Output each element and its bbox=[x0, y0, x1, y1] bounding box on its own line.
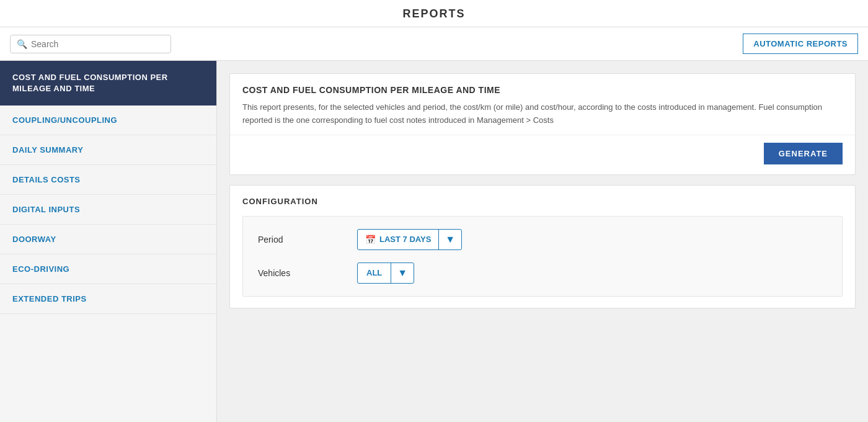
report-info-card: COST AND FUEL CONSUMPTION PER MILEAGE AN… bbox=[229, 73, 856, 175]
sidebar-item-doorway[interactable]: DOORWAY bbox=[0, 225, 216, 254]
sidebar-item-daily-summary[interactable]: DAILY SUMMARY bbox=[0, 135, 216, 165]
content-area: COST AND FUEL CONSUMPTION PER MILEAGE AN… bbox=[217, 61, 868, 422]
sidebar-item-coupling[interactable]: COUPLING/UNCOUPLING bbox=[0, 106, 216, 135]
vehicles-selector[interactable]: ALL ▼ bbox=[357, 263, 414, 284]
main-layout: COST AND FUEL CONSUMPTION PER MILEAGE AN… bbox=[0, 61, 868, 422]
report-card-header: COST AND FUEL CONSUMPTION PER MILEAGE AN… bbox=[230, 74, 855, 135]
sidebar-item-details-costs[interactable]: DETAILS COSTS bbox=[0, 165, 216, 195]
vehicles-row: Vehicles ALL ▼ bbox=[258, 263, 827, 284]
period-label: Period bbox=[258, 235, 357, 245]
calendar-icon: 📅 bbox=[365, 235, 376, 245]
configuration-card: CONFIGURATION Period 📅 LAST 7 DAYS ▼ bbox=[229, 185, 856, 308]
period-row: Period 📅 LAST 7 DAYS ▼ bbox=[258, 229, 827, 250]
page-title: REPORTS bbox=[0, 7, 868, 20]
report-description: This report presents, for the selected v… bbox=[242, 101, 843, 127]
search-box[interactable]: 🔍 bbox=[10, 35, 171, 53]
vehicles-value: ALL bbox=[366, 268, 382, 277]
sidebar-item-extended-trips[interactable]: EXTENDED TRIPS bbox=[0, 284, 216, 314]
period-selector-value: 📅 LAST 7 DAYS bbox=[358, 230, 438, 249]
vehicles-dropdown-arrow[interactable]: ▼ bbox=[391, 263, 414, 283]
vehicles-selector-value: ALL bbox=[358, 264, 391, 282]
period-selector[interactable]: 📅 LAST 7 DAYS ▼ bbox=[357, 229, 462, 250]
configuration-inner: Period 📅 LAST 7 DAYS ▼ Vehicles ALL bbox=[242, 216, 843, 297]
toolbar: 🔍 AUTOMATIC REPORTS bbox=[0, 27, 868, 61]
sidebar-item-active[interactable]: COST AND FUEL CONSUMPTION PER MILEAGE AN… bbox=[0, 61, 216, 106]
report-title: COST AND FUEL CONSUMPTION PER MILEAGE AN… bbox=[242, 85, 843, 95]
search-icon: 🔍 bbox=[17, 39, 27, 49]
sidebar: COST AND FUEL CONSUMPTION PER MILEAGE AN… bbox=[0, 61, 217, 422]
period-dropdown-arrow[interactable]: ▼ bbox=[438, 230, 461, 249]
generate-button[interactable]: GENERATE bbox=[764, 143, 843, 164]
period-value: LAST 7 DAYS bbox=[379, 235, 431, 244]
sidebar-item-eco-driving[interactable]: ECO-DRIVING bbox=[0, 254, 216, 284]
configuration-title: CONFIGURATION bbox=[242, 197, 843, 206]
sidebar-item-digital-inputs[interactable]: DIGITAL INPUTS bbox=[0, 195, 216, 225]
vehicles-label: Vehicles bbox=[258, 268, 357, 278]
automatic-reports-button[interactable]: AUTOMATIC REPORTS bbox=[743, 34, 858, 54]
search-input[interactable] bbox=[31, 39, 164, 49]
report-card-footer: GENERATE bbox=[230, 135, 855, 174]
page-header: REPORTS bbox=[0, 0, 868, 27]
